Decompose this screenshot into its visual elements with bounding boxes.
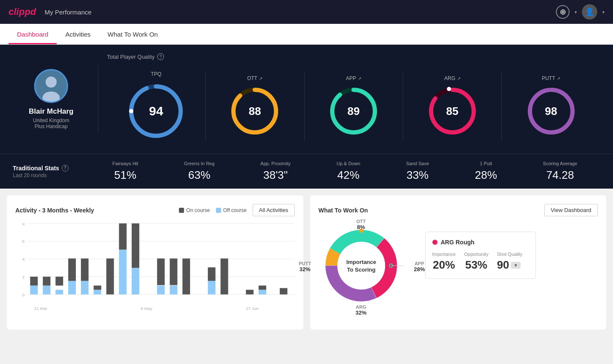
- trad-stat-sandsave: Sand Save 33%: [406, 161, 429, 182]
- svg-rect-45: [157, 258, 165, 285]
- gauge-tpq-ring: 94: [126, 81, 186, 141]
- svg-point-10: [330, 109, 334, 113]
- gauge-tpq-value: 94: [149, 104, 163, 118]
- all-activities-button[interactable]: All Activities: [253, 204, 295, 216]
- svg-rect-31: [55, 290, 63, 295]
- work-detail-box: ARG Rough Importance 20% Opportunity 53%…: [425, 232, 536, 279]
- svg-text:9 May: 9 May: [141, 306, 152, 311]
- trad-stat-1putt: 1 Putt 28%: [475, 161, 497, 182]
- gauge-app-ring: 89: [328, 86, 379, 137]
- svg-text:To Scoring: To Scoring: [347, 267, 375, 273]
- player-avatar: [34, 69, 68, 103]
- activity-header-right: On course Off course All Activities: [179, 204, 294, 216]
- header: clippd My Performance ⊕ ▾ 👤 ▾: [0, 0, 613, 24]
- trad-stats: Traditional Stats ? Last 20 rounds Fairw…: [0, 154, 613, 189]
- svg-text:2: 2: [22, 275, 25, 279]
- svg-rect-37: [94, 290, 101, 295]
- svg-rect-40: [119, 249, 127, 294]
- svg-rect-34: [68, 258, 76, 281]
- activity-chart-title: Activity - 3 Months - Weekly: [15, 207, 94, 214]
- svg-rect-52: [246, 290, 253, 295]
- gauge-app-label: APP ↗: [346, 75, 361, 81]
- gauge-ott-value: 88: [249, 105, 261, 118]
- tab-activities[interactable]: Activities: [57, 24, 99, 44]
- gauge-app-value: 89: [348, 105, 360, 118]
- view-dashboard-button[interactable]: View Dashboard: [544, 204, 598, 216]
- trad-stat-scoring: Scoring Average 74.28: [543, 161, 578, 182]
- svg-rect-27: [30, 286, 38, 295]
- svg-rect-28: [30, 277, 38, 286]
- gauge-putt: PUTT ↗ 98: [501, 71, 600, 141]
- svg-rect-44: [157, 286, 165, 295]
- legend-off-course: Off course: [216, 207, 247, 213]
- logo: clippd: [9, 6, 36, 17]
- add-button[interactable]: ⊕: [556, 5, 570, 19]
- tab-what-to-work-on[interactable]: What To Work On: [99, 24, 167, 44]
- gauge-app: APP ↗ 89: [304, 71, 403, 141]
- tab-dashboard[interactable]: Dashboard: [9, 24, 57, 44]
- logo-text: clippd: [9, 6, 36, 17]
- work-metric-importance: Importance 20%: [432, 252, 456, 272]
- trad-label-section: Traditional Stats ? Last 20 rounds: [13, 165, 89, 178]
- work-panel-header: What To Work On View Dashboard: [319, 204, 598, 216]
- svg-rect-41: [119, 224, 127, 250]
- gauge-tpq-label: TPQ: [151, 71, 161, 77]
- svg-rect-55: [280, 288, 288, 295]
- trad-stats-items: Fairways Hit 51% Greens In Reg 63% App. …: [89, 161, 600, 182]
- work-detail-dot: [432, 240, 437, 245]
- activity-panel: Activity - 3 Months - Weekly On course O…: [7, 195, 303, 330]
- svg-rect-33: [68, 281, 76, 295]
- svg-point-64: [337, 242, 385, 289]
- user-avatar-button[interactable]: 👤: [582, 4, 597, 20]
- svg-text:8: 8: [22, 223, 25, 226]
- svg-rect-35: [81, 281, 89, 295]
- svg-rect-29: [43, 286, 51, 295]
- header-title: My Performance: [45, 9, 92, 16]
- donut-label-putt: PUTT 32%: [299, 261, 311, 272]
- trad-stat-gir: Greens In Reg 63%: [184, 161, 215, 182]
- svg-rect-50: [208, 267, 216, 281]
- svg-rect-42: [132, 268, 139, 295]
- trad-label: Traditional Stats ?: [13, 165, 89, 172]
- gauge-arg-value: 85: [446, 105, 458, 118]
- activity-chart-area: 8 6 4 2 0: [15, 223, 295, 321]
- svg-rect-36: [81, 258, 89, 281]
- gauge-putt-ring: 98: [526, 86, 577, 137]
- gauge-putt-value: 98: [545, 105, 557, 118]
- trad-stat-updown: Up & Down 42%: [337, 161, 360, 182]
- svg-rect-30: [43, 277, 51, 286]
- svg-point-1: [46, 77, 57, 88]
- work-content: OTT 8% APP 28% ARG 32% PUTT 32%: [319, 223, 598, 310]
- trad-sub: Last 20 rounds: [13, 172, 89, 178]
- header-right: ⊕ ▾ 👤 ▾: [556, 4, 604, 20]
- svg-text:0: 0: [22, 292, 25, 297]
- player-handicap: Plus Handicap: [35, 123, 67, 129]
- work-detail-header: ARG Rough: [432, 239, 529, 246]
- activity-chart-svg: 8 6 4 2 0: [15, 223, 295, 312]
- quality-help-icon[interactable]: ?: [157, 53, 164, 60]
- svg-text:4: 4: [22, 257, 25, 261]
- trad-help-icon[interactable]: ?: [62, 165, 69, 172]
- svg-text:6: 6: [22, 239, 25, 244]
- user-dropdown-arrow: ▾: [602, 10, 604, 14]
- activity-legend: On course Off course: [179, 207, 247, 213]
- work-panel: What To Work On View Dashboard OTT 8% AP…: [310, 195, 607, 330]
- legend-on-course-dot: [179, 208, 184, 213]
- work-panel-title: What To Work On: [319, 207, 368, 214]
- svg-rect-53: [259, 290, 266, 295]
- quality-section: Total Player Quality ? TPQ 94: [107, 53, 600, 145]
- work-detail-title: ARG Rough: [441, 239, 475, 246]
- svg-rect-48: [182, 258, 190, 294]
- work-metric-shotquality: Shot Quality 90 ▼: [497, 252, 522, 272]
- trad-stat-proximity: App. Proximity 38'3": [260, 161, 291, 182]
- svg-rect-39: [106, 258, 114, 294]
- donut-label-ott: OTT 8%: [357, 219, 366, 230]
- svg-rect-32: [55, 277, 63, 286]
- gauge-ott-ring: 88: [229, 86, 280, 137]
- work-metric-opportunity: Opportunity 53%: [464, 252, 489, 272]
- donut-container: OTT 8% APP 28% ARG 32% PUTT 32%: [319, 223, 404, 310]
- trad-stat-fairways: Fairways Hit 51%: [112, 161, 138, 182]
- svg-rect-46: [170, 286, 178, 295]
- gauge-ott-label: OTT ↗: [247, 75, 262, 81]
- gauge-arg: ARG ↗ 85: [403, 71, 501, 141]
